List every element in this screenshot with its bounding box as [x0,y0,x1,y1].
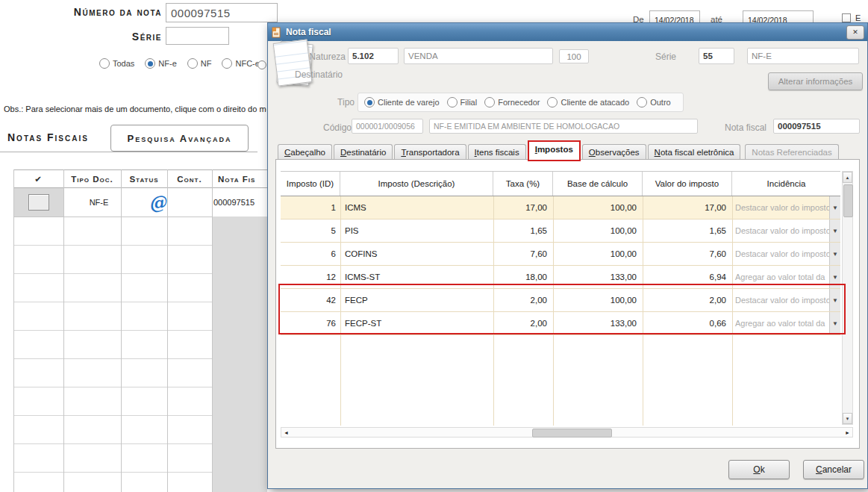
incidencia-select[interactable]: Agregar ao valor total da ▼ [732,312,840,334]
table-row[interactable]: NF-E @ 000097515 [13,188,267,217]
tab-nota-fiscal-eletronica[interactable]: Nota fiscal eletrônica [648,144,741,161]
header-incidencia[interactable]: Incidência [732,172,840,196]
alterar-informacoes-button[interactable]: Alterar informações [768,72,863,90]
col-header-nota[interactable]: Nota Fis [212,170,267,187]
radio-todas[interactable]: Todas [99,58,134,69]
tab-pesquisa-avancada[interactable]: Pesquisa Avançada [110,125,249,152]
vertical-scroll-thumb[interactable] [843,184,853,217]
col-header-cont[interactable]: Cont. [167,170,212,187]
radio-nfe[interactable]: NF-e [145,58,176,69]
tab-transportadora[interactable]: Transportadora [394,144,466,161]
col-line [13,169,14,492]
radio-nfce-label: NFC-e [235,59,259,68]
radio-nf[interactable]: NF [187,58,212,69]
nota-fiscal-input[interactable]: 000097515 [773,119,860,134]
ok-button[interactable]: Ok [728,460,790,479]
radio-partial[interactable] [257,60,266,69]
grid-col-line [493,196,494,426]
close-button[interactable]: ✕ [846,25,864,40]
natureza-extra-value: 100 [566,52,581,61]
imposto-row-icms[interactable]: 1 ICMS 17,00 100,00 17,00 Destacar valor… [281,196,840,219]
imposto-valor: 0,66 [643,312,732,334]
dropdown-arrow-icon[interactable]: ▼ [829,219,840,242]
dropdown-arrow-icon[interactable]: ▼ [829,266,840,288]
imposto-taxa: 2,00 [493,289,553,311]
serie-input[interactable] [166,27,229,45]
nota-fiscal-dialog: Nota fiscal ✕ Natureza 5.102 VENDA 100 S… [267,22,868,489]
incidencia-select[interactable]: Destacar valor do imposto ▼ [732,243,840,265]
header-base-calculo[interactable]: Base de cálculo [553,172,643,196]
codigo-label: Código [314,122,352,133]
col-header-status[interactable]: Status [121,170,167,187]
incidencia-select[interactable]: Destacar valor do imposto ▼ [732,289,840,311]
radio-outro[interactable]: Outro [637,97,671,108]
scroll-left-button[interactable]: ◄ [281,428,291,437]
header-taxa[interactable]: Taxa (%) [493,172,553,196]
tab-cabecalho[interactable]: Cabeçalho [278,144,332,161]
imposto-descricao: ICMS-ST [340,266,493,288]
natureza-extra-input[interactable]: 100 [559,49,589,63]
radio-nfce[interactable]: NFC-e [222,58,259,69]
imposto-row-pis[interactable]: 5 PIS 1,65 100,00 1,65 Destacar valor do… [281,219,840,243]
imposto-row-icms-st[interactable]: 12 ICMS-ST 18,00 133,00 6,94 Agregar ao … [281,266,840,289]
col-header-check[interactable]: ✔ [13,170,63,187]
header-imposto-desc[interactable]: Imposto (Descrição) [340,172,493,196]
col-line [121,169,122,492]
incidencia-select[interactable]: Agregar ao valor total da ▼ [732,266,840,288]
dialog-titlebar[interactable]: Nota fiscal ✕ [268,23,867,41]
scroll-down-button[interactable]: ▼ [843,413,852,424]
serie-model-input[interactable]: NF-E [747,48,859,64]
radio-cliente-varejo[interactable]: Cliente de varejo [364,97,440,108]
dropdown-arrow-icon[interactable]: ▼ [829,196,840,219]
radio-circle-icon [547,97,558,108]
imposto-descricao: COFINS [340,243,493,265]
imposto-row-fecp[interactable]: 42 FECP 2,00 100,00 2,00 Destacar valor … [281,289,840,312]
natureza-desc-input[interactable]: VENDA [404,48,553,64]
incidencia-value: Agregar ao valor total da [732,266,829,288]
radio-fornecedor[interactable]: Fornecedor [484,97,540,108]
radio-cliente-atacado[interactable]: Cliente de atacado [547,97,629,108]
radio-todas-label: Todas [113,59,134,68]
codigo-desc-input[interactable]: NF-E EMITIDA EM AMBIENTE DE HOMOLOGACAO [429,119,698,134]
codigo-value: 000001/0009056 [356,122,415,131]
imposto-row-fecp-st[interactable]: 76 FECP-ST 2,00 133,00 0,66 Agregar ao v… [281,312,840,335]
top-right-checkbox[interactable] [842,13,851,22]
horizontal-scrollbar[interactable]: ◄ ► [281,427,853,437]
scroll-up-button[interactable]: ▲ [843,172,852,183]
radio-filial[interactable]: Filial [447,97,478,108]
incidencia-select[interactable]: Destacar valor do imposto ▼ [732,196,840,219]
imposto-taxa: 18,00 [493,266,553,288]
dropdown-arrow-icon[interactable]: ▼ [829,289,840,311]
imposto-base: 100,00 [553,289,643,311]
imposto-base: 133,00 [553,266,643,288]
nota-fiscal-doc-icon [271,27,282,38]
dropdown-arrow-icon[interactable]: ▼ [829,312,840,334]
dialog-serie-input[interactable]: 55 [699,48,734,64]
tab-itens-fiscais[interactable]: Itens fiscais [468,144,526,161]
tab-observacoes[interactable]: Observações [582,144,646,161]
header-valor-imposto[interactable]: Valor do imposto [643,172,732,196]
horizontal-scroll-thumb[interactable] [532,429,612,437]
header-imposto-id[interactable]: Imposto (ID) [281,172,340,196]
tab-notas-fiscais[interactable]: Notas Fiscais [7,131,89,143]
nota-fiscal-value: 000097515 [778,122,821,131]
imposto-row-cofins[interactable]: 6 COFINS 7,60 100,00 7,60 Destacar valor… [281,243,840,266]
radio-circle-icon [187,58,198,69]
imposto-id: 6 [281,243,340,265]
row-checkbox[interactable] [28,194,49,211]
radio-outro-label: Outro [650,98,671,107]
numero-nota-value: 000097515 [171,7,231,19]
natureza-code-input[interactable]: 5.102 [348,48,399,64]
numero-nota-input[interactable]: 000097515 [166,3,278,22]
radio-circle-icon [99,58,110,69]
vertical-scrollbar[interactable]: ▲ ▼ [842,171,853,425]
scroll-right-button[interactable]: ► [843,428,852,437]
dropdown-arrow-icon[interactable]: ▼ [829,243,840,265]
imposto-descricao: FECP-ST [340,312,493,334]
incidencia-select[interactable]: Destacar valor do imposto ▼ [732,219,840,242]
codigo-input[interactable]: 000001/0009056 [352,119,423,134]
cancel-button[interactable]: Cancelar [803,460,864,479]
tab-impostos[interactable]: Impostos [528,140,581,161]
col-header-tipo-doc[interactable]: Tipo Doc. [63,170,121,187]
tab-destinatario[interactable]: Destinatário [334,144,393,161]
